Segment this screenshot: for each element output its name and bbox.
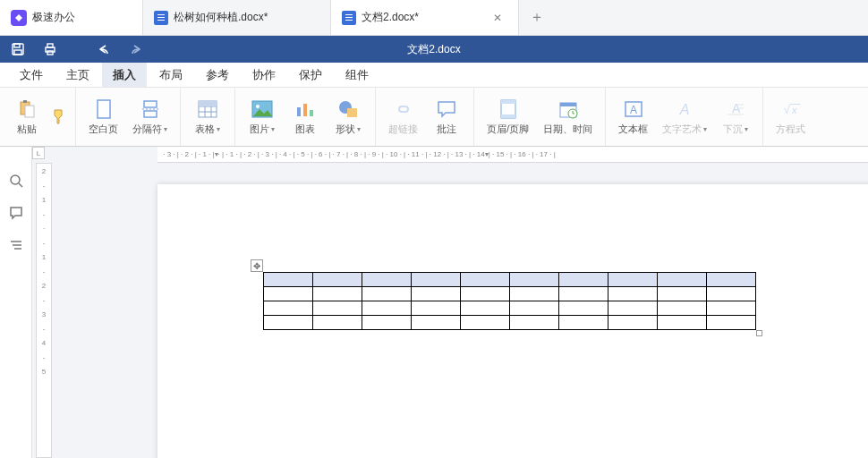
- table-cell[interactable]: [510, 287, 559, 301]
- table-cell[interactable]: [510, 301, 559, 316]
- menu-insert[interactable]: 插入: [102, 63, 147, 87]
- dropcap-button[interactable]: A 下沉▾: [716, 95, 755, 140]
- ruler-tick: 2: [42, 167, 46, 180]
- document-page[interactable]: ✥: [157, 184, 868, 458]
- header-footer-button[interactable]: 页眉/页脚: [481, 95, 534, 140]
- table-cell[interactable]: [412, 316, 461, 330]
- table-cell[interactable]: [264, 316, 313, 330]
- menu-plugins[interactable]: 组件: [335, 63, 379, 87]
- blank-page-button[interactable]: 空白页: [83, 95, 123, 140]
- table-button[interactable]: 表格▾: [188, 95, 227, 140]
- table-cell[interactable]: [658, 316, 707, 330]
- table-cell[interactable]: [608, 287, 658, 301]
- svg-rect-2: [14, 50, 21, 55]
- paste-label: 粘贴: [17, 123, 37, 136]
- table-cell[interactable]: [362, 301, 412, 316]
- ribbon-group-illustrations: 图片▾ 图表 形状▾: [235, 88, 376, 146]
- datetime-button[interactable]: 日期、时间: [538, 95, 598, 140]
- redo-button[interactable]: [125, 38, 147, 60]
- table-cell[interactable]: [264, 273, 313, 287]
- svg-point-20: [256, 105, 260, 108]
- menu-home[interactable]: 主页: [55, 63, 100, 87]
- table-cell[interactable]: [510, 316, 559, 330]
- textbox-icon: A: [623, 98, 644, 120]
- textbox-label: 文本框: [618, 123, 648, 136]
- menu-protect[interactable]: 保护: [288, 63, 333, 87]
- table-cell[interactable]: [658, 273, 707, 287]
- table-cell[interactable]: [362, 273, 412, 287]
- table-cell[interactable]: [658, 301, 707, 316]
- hyperlink-label: 超链接: [388, 123, 418, 136]
- new-tab-button[interactable]: ＋: [519, 0, 555, 35]
- table-cell[interactable]: [707, 301, 756, 316]
- menu-reference[interactable]: 参考: [195, 63, 240, 87]
- table-cell[interactable]: [559, 301, 608, 316]
- menu-bar: 文件 主页 插入 布局 参考 协作 保护 组件: [0, 63, 868, 88]
- table-cell[interactable]: [707, 273, 756, 287]
- window-tabbar: 极速办公 松树如何种植.docx* 文档2.docx* ✕ ＋: [0, 0, 868, 36]
- table-cell[interactable]: [264, 287, 313, 301]
- blank-page-icon: [93, 98, 115, 120]
- table-cell[interactable]: [461, 287, 510, 301]
- equation-button[interactable]: √x 方程式: [770, 95, 811, 140]
- table-cell[interactable]: [559, 287, 608, 301]
- format-painter-button[interactable]: [50, 108, 68, 126]
- table-cell[interactable]: [313, 273, 362, 287]
- table-cell[interactable]: [461, 273, 510, 287]
- tab-selector[interactable]: L: [32, 147, 45, 159]
- table-resize-handle[interactable]: [756, 330, 762, 336]
- comment-button[interactable]: 批注: [427, 95, 466, 140]
- table-cell[interactable]: [412, 287, 461, 301]
- table-cell[interactable]: [461, 301, 510, 316]
- hyperlink-button[interactable]: 超链接: [383, 95, 423, 140]
- save-button[interactable]: [7, 38, 29, 60]
- close-tab-button[interactable]: ✕: [491, 10, 504, 26]
- table-cell[interactable]: [559, 273, 608, 287]
- shape-button[interactable]: 形状▾: [328, 95, 368, 140]
- ribbon-group-headerfooter: 页眉/页脚 日期、时间: [474, 88, 606, 146]
- table-cell[interactable]: [510, 273, 559, 287]
- menu-file[interactable]: 文件: [9, 63, 54, 87]
- svg-point-42: [11, 175, 20, 184]
- vertical-ruler[interactable]: 2-1-·-1-2-3-4-5: [36, 163, 52, 458]
- table-cell[interactable]: [412, 301, 461, 316]
- paste-icon: [16, 98, 38, 120]
- tab-doc2-active[interactable]: 文档2.docx* ✕: [331, 0, 519, 35]
- page-break-button[interactable]: 分隔符▾: [127, 95, 173, 140]
- document-area[interactable]: L · 3 · | · 2 · | · 1 · |▾· | · 1 · | · …: [32, 147, 868, 458]
- table-cell[interactable]: [362, 287, 412, 301]
- wordart-button[interactable]: A 文字艺术▾: [657, 95, 712, 140]
- table-move-handle[interactable]: ✥: [251, 259, 263, 272]
- table-cell[interactable]: [658, 287, 707, 301]
- headings-panel-button[interactable]: [7, 236, 25, 254]
- table-cell[interactable]: [559, 316, 608, 330]
- document-table[interactable]: [263, 272, 756, 330]
- table-cell[interactable]: [608, 316, 658, 330]
- textbox-button[interactable]: A 文本框: [613, 95, 653, 140]
- menu-layout[interactable]: 布局: [149, 63, 193, 87]
- table-cell[interactable]: [608, 301, 658, 316]
- tab-doc1[interactable]: 松树如何种植.docx*: [143, 0, 331, 35]
- table-cell[interactable]: [264, 301, 313, 316]
- table-cell[interactable]: [313, 316, 362, 330]
- table-cell[interactable]: [608, 273, 658, 287]
- table-cell[interactable]: [313, 301, 362, 316]
- table-cell[interactable]: [461, 316, 510, 330]
- tab-home[interactable]: 极速办公: [0, 0, 143, 35]
- datetime-label: 日期、时间: [543, 123, 592, 136]
- chart-button[interactable]: 图表: [285, 95, 325, 140]
- find-button[interactable]: [7, 172, 25, 190]
- undo-button[interactable]: [93, 38, 115, 60]
- table-cell[interactable]: [362, 316, 412, 330]
- image-button[interactable]: 图片▾: [243, 95, 282, 140]
- ruler-tick: -: [43, 296, 46, 309]
- comments-panel-button[interactable]: [7, 204, 25, 222]
- table-cell[interactable]: [313, 287, 362, 301]
- table-cell[interactable]: [707, 316, 756, 330]
- print-button[interactable]: [39, 38, 61, 60]
- horizontal-ruler[interactable]: · 3 · | · 2 · | · 1 · |▾· | · 1 · | · 2 …: [157, 147, 868, 163]
- menu-collab[interactable]: 协作: [242, 63, 286, 87]
- table-cell[interactable]: [412, 273, 461, 287]
- table-cell[interactable]: [707, 287, 756, 301]
- paste-button[interactable]: 粘贴: [7, 95, 47, 140]
